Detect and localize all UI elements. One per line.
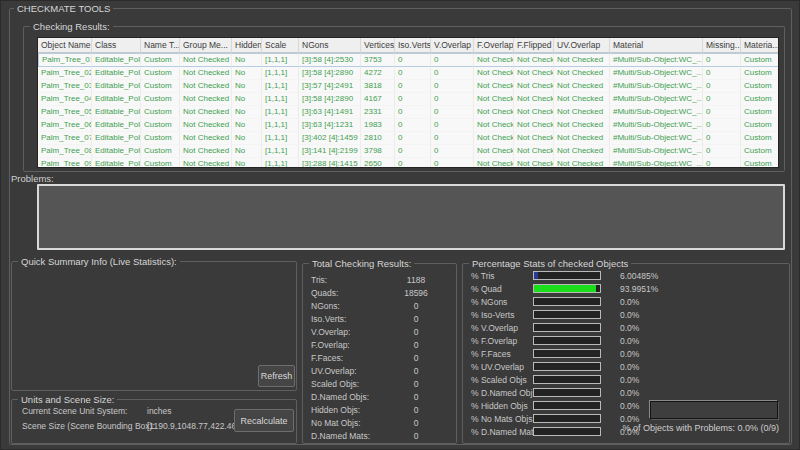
table-row[interactable]: Palm_Tree_06Editable_PolyCustomNot Check… bbox=[38, 119, 779, 132]
table-row[interactable]: Palm_Tree_07Editable_PolyCustomNot Check… bbox=[38, 132, 779, 145]
results-table[interactable]: Object NameClassName T...Group Me...Hidd… bbox=[37, 37, 779, 168]
column-header[interactable]: Iso.Verts bbox=[395, 38, 431, 53]
cell: Custom bbox=[141, 158, 180, 168]
cell: Palm_Tree_05 bbox=[38, 106, 92, 119]
cell: 0 bbox=[703, 158, 741, 168]
cell: Not Checked bbox=[474, 158, 514, 168]
stat-value: 0 bbox=[390, 314, 442, 324]
table-row[interactable]: Palm_Tree_05Editable_PolyCustomNot Check… bbox=[38, 106, 779, 119]
percent-label: % Quad bbox=[471, 284, 533, 294]
table-row[interactable]: Palm_Tree_08Editable_PolyCustomNot Check… bbox=[38, 145, 779, 158]
cell: 0 bbox=[703, 67, 741, 80]
column-header[interactable]: Name T... bbox=[141, 38, 180, 53]
percent-value: 0.0% bbox=[620, 323, 639, 333]
column-header[interactable]: Missing... bbox=[703, 38, 741, 53]
column-header[interactable]: Group Me... bbox=[180, 38, 232, 53]
cell: 0 bbox=[703, 93, 741, 106]
cell: Not Checked bbox=[474, 80, 514, 93]
cell: 0 bbox=[703, 53, 741, 67]
stat-row: UV.Overlap:0 bbox=[303, 364, 456, 377]
cell: Custom bbox=[141, 132, 180, 145]
refresh-button[interactable]: Refresh bbox=[258, 365, 295, 387]
problems-list[interactable] bbox=[37, 184, 785, 250]
cell: 0 bbox=[431, 145, 474, 158]
cell: Not Checked bbox=[554, 145, 610, 158]
column-header[interactable]: NGons bbox=[299, 38, 361, 53]
column-header[interactable]: Material bbox=[610, 38, 703, 53]
stat-value: 18596 bbox=[390, 288, 442, 298]
column-header[interactable]: UV.Overlap bbox=[554, 38, 610, 53]
cell: 0 bbox=[431, 53, 474, 67]
table-row[interactable]: Palm_Tree_02Editable_PolyCustomNot Check… bbox=[38, 67, 779, 80]
column-header[interactable]: Materia... bbox=[741, 38, 779, 53]
column-header[interactable]: F.Flipped bbox=[514, 38, 554, 53]
percent-bar bbox=[533, 271, 601, 280]
recalculate-button[interactable]: Recalculate bbox=[234, 409, 294, 432]
cell: [1,1,1] bbox=[262, 119, 299, 132]
cell: 0 bbox=[703, 145, 741, 158]
cell: 0 bbox=[395, 53, 431, 67]
percentage-stats-group: Percentage Stats of checked Objects % Tr… bbox=[462, 263, 790, 444]
cell: Custom bbox=[141, 106, 180, 119]
table-row[interactable]: Palm_Tree_04Editable_PolyCustomNot Check… bbox=[38, 93, 779, 106]
cell: Not Checked bbox=[474, 67, 514, 80]
stat-row: F.Faces:0 bbox=[303, 351, 456, 364]
cell: Custom bbox=[741, 145, 779, 158]
cell: Palm_Tree_08 bbox=[38, 145, 92, 158]
cell: 0 bbox=[431, 80, 474, 93]
column-header[interactable]: V.Overlap bbox=[431, 38, 474, 53]
percent-row: % F.Overlap0.0% bbox=[463, 334, 789, 347]
percent-row: % Quad93.9951% bbox=[463, 282, 789, 295]
percent-value: 0.0% bbox=[620, 297, 639, 307]
column-header[interactable]: F.Overlap bbox=[474, 38, 514, 53]
stat-value: 0 bbox=[390, 405, 442, 415]
stat-value: 0 bbox=[390, 379, 442, 389]
table-row[interactable]: Palm_Tree_09Editable_PolyCustomNot Check… bbox=[38, 158, 779, 168]
percentage-stats-label: Percentage Stats of checked Objects bbox=[469, 258, 631, 269]
results-table-grid: Object NameClassName T...Group Me...Hidd… bbox=[38, 38, 779, 168]
column-header[interactable]: Object Name bbox=[38, 38, 92, 53]
quick-summary-label: Quick Summary Info (Live Statistics): bbox=[18, 256, 180, 267]
column-header[interactable]: Class bbox=[92, 38, 141, 53]
stat-label: Hidden Objs: bbox=[311, 405, 390, 415]
cell: Editable_Poly bbox=[92, 132, 141, 145]
cell: Not Checked bbox=[554, 80, 610, 93]
stat-row: Tris:1188 bbox=[303, 273, 456, 286]
cell: Custom bbox=[741, 67, 779, 80]
percent-label: % Hidden Objs bbox=[471, 401, 533, 411]
cell: #Multi/Sub-Object:WC_... bbox=[610, 158, 703, 168]
stat-label: Scaled Objs: bbox=[311, 379, 390, 389]
cell: Not Checked bbox=[514, 80, 554, 93]
column-header[interactable]: Scale bbox=[262, 38, 299, 53]
cell: [3]:288 [4]:1415 bbox=[299, 158, 361, 168]
percent-value: 0.0% bbox=[620, 401, 639, 411]
column-header[interactable]: Vertices bbox=[361, 38, 395, 53]
cell: Editable_Poly bbox=[92, 145, 141, 158]
cell: 3798 bbox=[361, 145, 395, 158]
cell: Custom bbox=[141, 67, 180, 80]
column-header[interactable]: Hidden? bbox=[232, 38, 262, 53]
percent-value: 0.0% bbox=[620, 310, 639, 320]
cell: 0 bbox=[395, 132, 431, 145]
cell: 0 bbox=[395, 119, 431, 132]
stat-value: 0 bbox=[390, 418, 442, 428]
stat-row: V.Overlap:0 bbox=[303, 325, 456, 338]
cell: [1,1,1] bbox=[262, 145, 299, 158]
cell: 0 bbox=[431, 119, 474, 132]
table-row[interactable]: Palm_Tree_03Editable_PolyCustomNot Check… bbox=[38, 80, 779, 93]
cell: Not Checked bbox=[514, 106, 554, 119]
stat-row: NGons:0 bbox=[303, 299, 456, 312]
percent-label: % D.Named Mats bbox=[471, 427, 533, 437]
cell: [1,1,1] bbox=[262, 158, 299, 168]
cell: Not Checked bbox=[180, 132, 232, 145]
table-row[interactable]: Palm_Tree_01Editable_PolyCustomNot Check… bbox=[38, 53, 779, 67]
stat-label: F.Faces: bbox=[311, 353, 390, 363]
cell: [3]:63 [4]:1491 bbox=[299, 106, 361, 119]
checkmate-tools-dialog: CHECKMATE TOOLS Checking Results: Object… bbox=[0, 0, 800, 450]
cell: Not Checked bbox=[474, 106, 514, 119]
cell: Not Checked bbox=[180, 145, 232, 158]
units-scene-size-label: Units and Scene Size: bbox=[18, 394, 117, 405]
cell: Custom bbox=[141, 93, 180, 106]
cell: 0 bbox=[703, 119, 741, 132]
percent-label: % V.Overlap bbox=[471, 323, 533, 333]
